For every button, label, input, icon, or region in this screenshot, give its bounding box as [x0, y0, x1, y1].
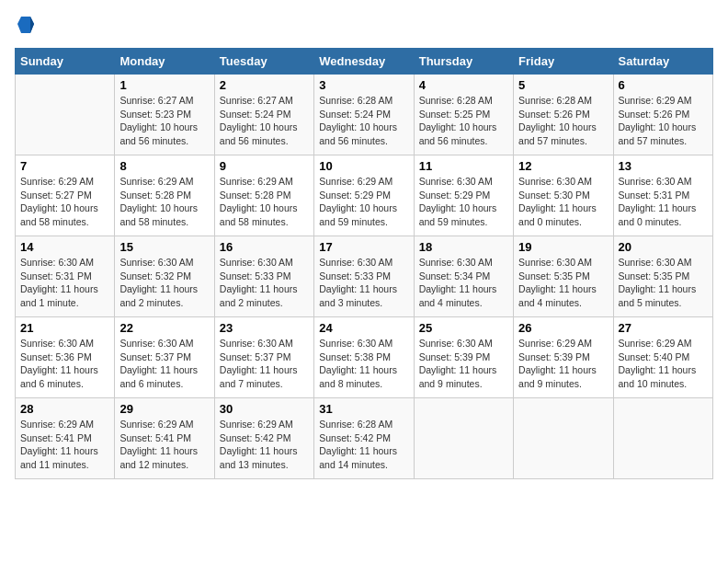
logo — [15, 15, 34, 39]
week-row-3: 14Sunrise: 6:30 AMSunset: 5:31 PMDayligh… — [16, 236, 713, 317]
week-row-1: 1Sunrise: 6:27 AMSunset: 5:23 PMDaylight… — [16, 75, 713, 155]
calendar-table: SundayMondayTuesdayWednesdayThursdayFrid… — [15, 48, 713, 479]
day-info: Sunrise: 6:29 AMSunset: 5:41 PMDaylight:… — [20, 418, 109, 472]
day-info: Sunrise: 6:30 AMSunset: 5:34 PMDaylight:… — [419, 256, 508, 310]
weekday-header-sunday: Sunday — [16, 49, 115, 75]
day-info: Sunrise: 6:30 AMSunset: 5:32 PMDaylight:… — [119, 256, 209, 310]
day-info: Sunrise: 6:30 AMSunset: 5:35 PMDaylight:… — [619, 256, 708, 310]
day-number: 23 — [220, 321, 309, 335]
calendar-cell: 3Sunrise: 6:28 AMSunset: 5:24 PMDaylight… — [314, 75, 414, 155]
day-number: 19 — [518, 240, 608, 254]
calendar-cell: 5Sunrise: 6:28 AMSunset: 5:26 PMDaylight… — [514, 75, 613, 155]
calendar-cell: 29Sunrise: 6:29 AMSunset: 5:41 PMDayligh… — [115, 398, 214, 479]
day-number: 13 — [619, 159, 708, 173]
day-info: Sunrise: 6:30 AMSunset: 5:31 PMDaylight:… — [619, 175, 708, 229]
calendar-cell — [16, 75, 115, 155]
day-info: Sunrise: 6:28 AMSunset: 5:25 PMDaylight:… — [419, 94, 508, 148]
calendar-cell: 12Sunrise: 6:30 AMSunset: 5:30 PMDayligh… — [514, 155, 613, 236]
day-number: 21 — [20, 321, 109, 335]
calendar-cell — [414, 398, 513, 479]
day-info: Sunrise: 6:29 AMSunset: 5:40 PMDaylight:… — [619, 337, 708, 391]
weekday-header-friday: Friday — [514, 49, 613, 75]
calendar-cell: 21Sunrise: 6:30 AMSunset: 5:36 PMDayligh… — [16, 317, 115, 398]
day-number: 27 — [619, 321, 708, 335]
calendar-cell: 10Sunrise: 6:29 AMSunset: 5:29 PMDayligh… — [314, 155, 414, 236]
calendar-cell: 26Sunrise: 6:29 AMSunset: 5:39 PMDayligh… — [514, 317, 613, 398]
calendar-cell: 11Sunrise: 6:30 AMSunset: 5:29 PMDayligh… — [414, 155, 513, 236]
calendar-cell: 20Sunrise: 6:30 AMSunset: 5:35 PMDayligh… — [613, 236, 712, 317]
calendar-cell — [514, 398, 613, 479]
weekday-header-saturday: Saturday — [613, 49, 712, 75]
day-number: 4 — [419, 78, 508, 92]
calendar-cell: 16Sunrise: 6:30 AMSunset: 5:33 PMDayligh… — [214, 236, 313, 317]
day-number: 5 — [518, 78, 608, 92]
day-info: Sunrise: 6:30 AMSunset: 5:30 PMDaylight:… — [518, 175, 608, 229]
day-info: Sunrise: 6:28 AMSunset: 5:24 PMDaylight:… — [319, 94, 408, 148]
weekday-header-wednesday: Wednesday — [314, 49, 414, 75]
calendar-cell: 19Sunrise: 6:30 AMSunset: 5:35 PMDayligh… — [514, 236, 613, 317]
calendar-cell: 8Sunrise: 6:29 AMSunset: 5:28 PMDaylight… — [115, 155, 214, 236]
day-info: Sunrise: 6:27 AMSunset: 5:23 PMDaylight:… — [119, 94, 209, 148]
day-number: 2 — [220, 78, 309, 92]
day-number: 10 — [319, 159, 408, 173]
calendar-cell: 30Sunrise: 6:29 AMSunset: 5:42 PMDayligh… — [214, 398, 313, 479]
calendar-cell: 15Sunrise: 6:30 AMSunset: 5:32 PMDayligh… — [115, 236, 214, 317]
day-number: 3 — [319, 78, 408, 92]
calendar-cell: 1Sunrise: 6:27 AMSunset: 5:23 PMDaylight… — [115, 75, 214, 155]
day-number: 22 — [119, 321, 209, 335]
day-info: Sunrise: 6:27 AMSunset: 5:24 PMDaylight:… — [220, 94, 309, 148]
day-info: Sunrise: 6:30 AMSunset: 5:38 PMDaylight:… — [319, 337, 408, 391]
calendar-cell: 6Sunrise: 6:29 AMSunset: 5:26 PMDaylight… — [613, 75, 712, 155]
day-info: Sunrise: 6:29 AMSunset: 5:28 PMDaylight:… — [119, 175, 209, 229]
calendar-cell: 22Sunrise: 6:30 AMSunset: 5:37 PMDayligh… — [115, 317, 214, 398]
week-row-4: 21Sunrise: 6:30 AMSunset: 5:36 PMDayligh… — [16, 317, 713, 398]
calendar-cell: 24Sunrise: 6:30 AMSunset: 5:38 PMDayligh… — [314, 317, 414, 398]
day-info: Sunrise: 6:30 AMSunset: 5:36 PMDaylight:… — [20, 337, 109, 391]
day-info: Sunrise: 6:30 AMSunset: 5:37 PMDaylight:… — [119, 337, 209, 391]
day-info: Sunrise: 6:29 AMSunset: 5:42 PMDaylight:… — [220, 418, 309, 472]
day-info: Sunrise: 6:30 AMSunset: 5:35 PMDaylight:… — [518, 256, 608, 310]
day-number: 15 — [119, 240, 209, 254]
svg-marker-1 — [30, 17, 34, 33]
calendar-cell: 13Sunrise: 6:30 AMSunset: 5:31 PMDayligh… — [613, 155, 712, 236]
day-number: 8 — [119, 159, 209, 173]
weekday-header-tuesday: Tuesday — [214, 49, 313, 75]
day-info: Sunrise: 6:30 AMSunset: 5:31 PMDaylight:… — [20, 256, 109, 310]
calendar-cell: 9Sunrise: 6:29 AMSunset: 5:28 PMDaylight… — [214, 155, 313, 236]
day-number: 20 — [619, 240, 708, 254]
day-info: Sunrise: 6:29 AMSunset: 5:27 PMDaylight:… — [20, 175, 109, 229]
calendar-cell: 18Sunrise: 6:30 AMSunset: 5:34 PMDayligh… — [414, 236, 513, 317]
calendar-cell: 23Sunrise: 6:30 AMSunset: 5:37 PMDayligh… — [214, 317, 313, 398]
day-info: Sunrise: 6:30 AMSunset: 5:37 PMDaylight:… — [220, 337, 309, 391]
day-number: 6 — [619, 78, 708, 92]
day-number: 25 — [419, 321, 508, 335]
day-info: Sunrise: 6:30 AMSunset: 5:39 PMDaylight:… — [419, 337, 508, 391]
calendar-cell: 25Sunrise: 6:30 AMSunset: 5:39 PMDayligh… — [414, 317, 513, 398]
day-info: Sunrise: 6:30 AMSunset: 5:33 PMDaylight:… — [220, 256, 309, 310]
calendar-cell: 2Sunrise: 6:27 AMSunset: 5:24 PMDaylight… — [214, 75, 313, 155]
day-number: 14 — [20, 240, 109, 254]
day-number: 9 — [220, 159, 309, 173]
day-number: 16 — [220, 240, 309, 254]
calendar-cell: 7Sunrise: 6:29 AMSunset: 5:27 PMDaylight… — [16, 155, 115, 236]
day-number: 11 — [419, 159, 508, 173]
day-number: 7 — [20, 159, 109, 173]
day-number: 28 — [20, 402, 109, 416]
calendar-cell: 14Sunrise: 6:30 AMSunset: 5:31 PMDayligh… — [16, 236, 115, 317]
week-row-5: 28Sunrise: 6:29 AMSunset: 5:41 PMDayligh… — [16, 398, 713, 479]
day-number: 17 — [319, 240, 408, 254]
day-number: 29 — [119, 402, 209, 416]
page-header — [15, 15, 713, 39]
calendar-cell: 17Sunrise: 6:30 AMSunset: 5:33 PMDayligh… — [314, 236, 414, 317]
day-info: Sunrise: 6:29 AMSunset: 5:26 PMDaylight:… — [619, 94, 708, 148]
day-number: 18 — [419, 240, 508, 254]
calendar-cell: 4Sunrise: 6:28 AMSunset: 5:25 PMDaylight… — [414, 75, 513, 155]
calendar-cell: 31Sunrise: 6:28 AMSunset: 5:42 PMDayligh… — [314, 398, 414, 479]
day-info: Sunrise: 6:28 AMSunset: 5:42 PMDaylight:… — [319, 418, 408, 472]
weekday-header-monday: Monday — [115, 49, 214, 75]
day-info: Sunrise: 6:30 AMSunset: 5:29 PMDaylight:… — [419, 175, 508, 229]
day-info: Sunrise: 6:28 AMSunset: 5:26 PMDaylight:… — [518, 94, 608, 148]
day-number: 12 — [518, 159, 608, 173]
day-info: Sunrise: 6:29 AMSunset: 5:41 PMDaylight:… — [119, 418, 209, 472]
weekday-header-thursday: Thursday — [414, 49, 513, 75]
